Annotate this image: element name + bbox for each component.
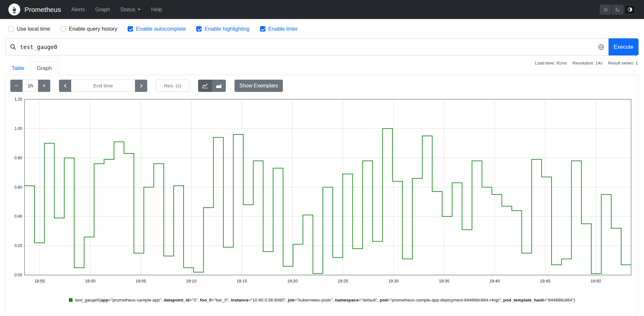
end-time-control-group [59, 80, 147, 92]
range-control-group: − + [10, 80, 50, 92]
checkbox-box [260, 26, 265, 32]
svg-text:19:20: 19:20 [287, 279, 298, 283]
stacked-chart-toggle-button[interactable] [212, 80, 226, 92]
svg-text:19:35: 19:35 [439, 279, 449, 283]
resolution-input[interactable] [156, 80, 189, 92]
range-decrease-button[interactable]: − [10, 80, 23, 92]
svg-text:0.60: 0.60 [14, 185, 22, 190]
graph-panel: − + [5, 75, 639, 315]
range-input[interactable] [23, 80, 38, 92]
query-stats: Load time: 91ms Resolution: 14s Result s… [535, 61, 638, 65]
svg-text:0.20: 0.20 [14, 243, 22, 248]
chart-area: 0.000.200.400.600.801.001.2018:5519:0019… [10, 97, 634, 285]
checkbox-enable-autocomplete[interactable]: Enable autocomplete [128, 26, 186, 32]
search-icon-cell [6, 39, 20, 55]
series-legend[interactable]: test_gauge0{app="prometheus-sample-app",… [10, 298, 634, 302]
query-expression-input[interactable]: test_gauge0 [20, 39, 593, 55]
tabs-band: Table Graph Load time: 91ms Resolution: … [5, 60, 639, 75]
svg-text:19:40: 19:40 [489, 279, 500, 283]
checkbox-enable-highlighting[interactable]: Enable highlighting [196, 26, 249, 32]
resolution-stat: Resolution: 14s [572, 61, 602, 65]
checkbox-label: Use local time [17, 26, 50, 32]
nav-link-alerts[interactable]: Alerts [71, 6, 85, 13]
nav-link-status[interactable]: Status [120, 6, 141, 13]
svg-text:19:00: 19:00 [85, 279, 96, 283]
checkbox-enable-linter[interactable]: Enable linter [260, 26, 298, 32]
line-chart-icon [202, 83, 208, 88]
options-row: Use local time Enable query history Enab… [0, 19, 644, 35]
time-back-button[interactable] [59, 80, 71, 92]
checkbox-use-local-time[interactable]: Use local time [8, 26, 50, 32]
moon-icon [615, 7, 620, 12]
svg-text:0.80: 0.80 [14, 156, 22, 160]
metrics-explorer-button[interactable] [593, 39, 609, 55]
series-label-text: test_gauge0{app="prometheus-sample-app",… [75, 298, 575, 302]
svg-text:19:45: 19:45 [540, 279, 551, 283]
svg-text:18:55: 18:55 [34, 279, 45, 283]
svg-text:0.40: 0.40 [14, 214, 22, 219]
tab-graph[interactable]: Graph [30, 61, 58, 75]
nav-link-help[interactable]: Help [151, 6, 162, 13]
execute-button[interactable]: Execute [609, 38, 639, 55]
stacked-chart-icon [216, 83, 222, 88]
svg-text:1.20: 1.20 [14, 97, 22, 102]
svg-text:19:25: 19:25 [338, 279, 348, 283]
checkbox-label: Enable linter [268, 26, 298, 32]
svg-text:19:05: 19:05 [136, 279, 146, 283]
line-chart-toggle-button[interactable] [198, 80, 212, 92]
checkbox-enable-query-history[interactable]: Enable query history [61, 26, 117, 32]
tab-table[interactable]: Table [5, 62, 30, 75]
nav-link-graph[interactable]: Graph [95, 6, 110, 13]
checkbox-box [128, 26, 133, 32]
chevron-left-icon [63, 84, 67, 88]
theme-auto-button[interactable] [624, 5, 636, 15]
svg-text:19:10: 19:10 [186, 279, 197, 283]
result-series-stat: Result series: 1 [608, 61, 638, 65]
svg-text:19:30: 19:30 [388, 279, 399, 283]
checkbox-box [196, 26, 202, 32]
show-exemplars-button[interactable]: Show Exemplars [235, 80, 283, 92]
svg-text:0.00: 0.00 [14, 273, 22, 277]
chart-type-toggle-group [198, 80, 226, 92]
checkbox-label: Enable highlighting [205, 26, 249, 32]
prometheus-logo [8, 4, 20, 15]
checkbox-box [61, 26, 66, 32]
range-increase-button[interactable]: + [38, 80, 50, 92]
sun-icon [603, 7, 608, 12]
flame-icon [11, 6, 18, 13]
theme-dark-button[interactable] [612, 5, 623, 15]
theme-toggle-group [600, 5, 636, 15]
checkbox-label: Enable query history [69, 26, 117, 32]
theme-light-button[interactable] [600, 5, 611, 15]
query-input-group: test_gauge0 Execute [5, 38, 639, 55]
time-forward-button[interactable] [135, 80, 147, 92]
circle-half-icon [628, 7, 632, 12]
time-series-chart[interactable]: 0.000.200.400.600.801.001.2018:5519:0019… [10, 97, 634, 285]
svg-text:19:15: 19:15 [236, 279, 247, 283]
svg-text:1.00: 1.00 [14, 126, 22, 131]
load-time-stat: Load time: 91ms [535, 61, 567, 65]
app-title: Prometheus [24, 6, 61, 14]
chevron-down-icon [138, 9, 141, 10]
globe-icon [598, 44, 604, 50]
navbar: Prometheus Alerts Graph Status Help [0, 0, 644, 19]
svg-text:19:50: 19:50 [591, 279, 601, 283]
checkbox-label: Enable autocomplete [136, 26, 186, 32]
end-time-input[interactable] [71, 80, 135, 92]
series-color-swatch [69, 298, 72, 302]
search-icon [10, 44, 16, 50]
checkbox-box [8, 26, 14, 32]
graph-controls: − + [10, 80, 634, 92]
chevron-right-icon [139, 84, 143, 88]
